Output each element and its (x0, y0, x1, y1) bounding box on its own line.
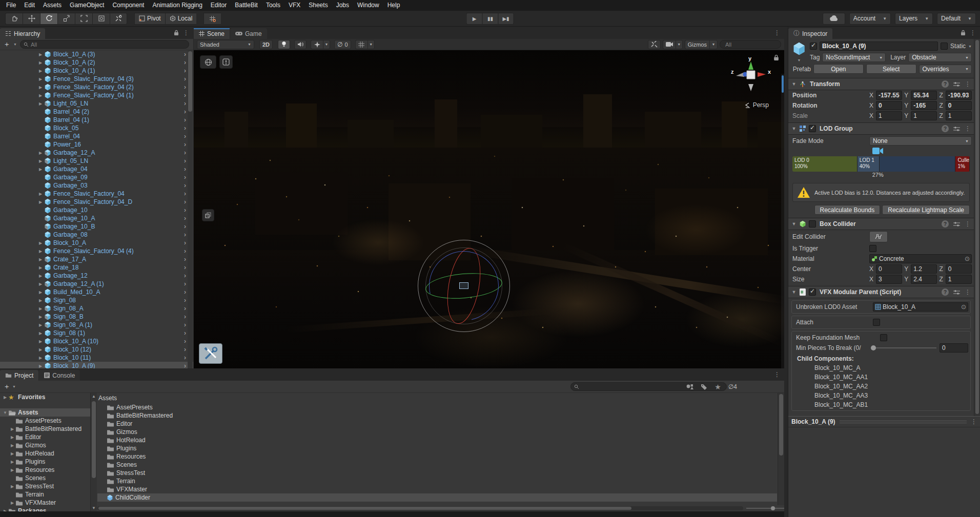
rotation-y-field[interactable]: -165 (911, 101, 937, 110)
lod-bar[interactable]: LOD 0100%LOD 140%Culle1% (792, 156, 970, 172)
move-tool-button[interactable] (23, 13, 40, 25)
prefab-open-arrow[interactable]: › (184, 157, 186, 164)
globe-overlay-button[interactable] (200, 55, 216, 69)
hierarchy-item[interactable]: Barrel_04› (0, 132, 193, 140)
component-menu-icon[interactable]: ⋮ (965, 288, 971, 296)
size-z-field[interactable]: 1 (946, 275, 972, 284)
static-checkbox[interactable] (941, 43, 948, 50)
hierarchy-item[interactable]: Power_16› (0, 140, 193, 149)
hierarchy-item[interactable]: ▶Build_Med_10_A› (0, 288, 193, 296)
hierarchy-item[interactable]: ▶Fence_Slavic_Factory_04 (4)› (0, 247, 193, 255)
prefab-open-arrow[interactable]: › (184, 141, 186, 148)
presets-icon[interactable] (953, 221, 960, 227)
hierarchy-item[interactable]: ▶Crate_18› (0, 263, 193, 272)
lod-segment[interactable]: LOD 140% (858, 156, 880, 172)
project-file-item[interactable]: Editor (97, 420, 777, 428)
scene-search-input[interactable] (725, 42, 798, 48)
warnings-overlay-button[interactable] (219, 55, 233, 69)
hierarchy-item[interactable]: Garbage_10_B› (0, 222, 193, 231)
prefab-open-arrow[interactable]: › (184, 288, 186, 296)
prefab-open-arrow[interactable]: › (184, 100, 186, 107)
prefab-open-arrow[interactable]: › (184, 231, 186, 238)
prefab-open-arrow[interactable]: › (184, 206, 186, 214)
project-file-item[interactable]: Terrain (97, 477, 777, 485)
lod-segment[interactable]: LOD 0100% (792, 156, 858, 172)
box-collider-header[interactable]: ▼ Box Collider ?⋮ (788, 218, 974, 230)
scale-z-field[interactable]: 1 (946, 111, 972, 120)
project-tree-item[interactable]: ▶Editor (0, 433, 90, 441)
inspector-scrollbar[interactable] (974, 39, 980, 416)
prefab-select-button[interactable]: Select (866, 64, 916, 74)
project-horizontal-scrollbar[interactable] (97, 506, 743, 510)
component-menu-icon[interactable]: ⋮ (965, 220, 971, 228)
active-checkbox[interactable] (810, 43, 817, 50)
project-files-scrollbar[interactable] (778, 393, 784, 505)
menu-tools[interactable]: Tools (262, 0, 284, 11)
layers-dropdown[interactable]: Layers▼ (895, 13, 933, 25)
size-y-field[interactable]: 2.4 (911, 275, 937, 284)
prefab-open-arrow[interactable]: › (184, 125, 186, 132)
project-file-item[interactable]: AssetPresets (97, 403, 777, 411)
project-file-item[interactable]: Scenes (97, 461, 777, 469)
project-tree-item[interactable]: ▶BattleBitRemastered (0, 425, 90, 433)
panel-menu-icon[interactable]: ⋮ (183, 29, 189, 36)
lod-group-header[interactable]: ▼ LOD Group ?⋮ (788, 122, 974, 135)
project-tree-item[interactable]: ▶Resources (0, 466, 90, 474)
fade-mode-dropdown[interactable]: None (869, 136, 972, 146)
project-tree-item[interactable]: ▼Assets (0, 408, 90, 417)
prefab-open-arrow[interactable]: › (184, 116, 186, 123)
center-x-field[interactable]: 0 (876, 264, 902, 274)
prefab-open-arrow[interactable]: › (184, 67, 186, 74)
hierarchy-item[interactable]: ▶Garbage_04› (0, 165, 193, 173)
prefab-open-arrow[interactable]: › (184, 108, 186, 115)
hierarchy-item[interactable]: Barrel_04 (2)› (0, 108, 193, 116)
lod-segment[interactable]: Culle1% (955, 156, 970, 172)
hierarchy-item[interactable]: ▶Sign_08_A› (0, 304, 193, 313)
create-asset-button[interactable]: ＋ (3, 382, 10, 391)
search-by-type-icon[interactable] (686, 384, 693, 390)
hierarchy-item[interactable]: ▶Garbage_12› (0, 272, 193, 280)
prefab-open-arrow[interactable]: › (184, 305, 186, 312)
scene-scrollbar[interactable] (781, 74, 784, 368)
project-file-item[interactable]: Gizmos (97, 428, 777, 436)
cloud-button[interactable] (823, 13, 845, 25)
menu-jobs[interactable]: Jobs (332, 0, 353, 11)
menu-edit[interactable]: Edit (20, 0, 39, 11)
gameobject-name-field[interactable]: Block_10_A (9) (820, 42, 938, 51)
presets-icon[interactable] (953, 289, 960, 295)
panel-menu-icon[interactable]: ⋮ (774, 29, 780, 36)
prefab-open-arrow[interactable]: › (184, 166, 186, 173)
project-tree-item[interactable]: ▶Packages (0, 507, 90, 511)
lock-icon[interactable] (961, 30, 966, 36)
project-tree-item[interactable]: ▶Plugins (0, 458, 90, 466)
static-caret[interactable]: ▼ (968, 45, 972, 48)
floating-window-header[interactable]: Block_10_A (9) ⋮ (788, 416, 980, 427)
hierarchy-item[interactable]: Barrel_04 (1)› (0, 116, 193, 124)
add-object-caret[interactable]: ▼ (13, 43, 17, 46)
hierarchy-item[interactable]: ▶Fence_Slavic_Factory_04› (0, 190, 193, 198)
prefab-open-arrow[interactable]: › (184, 247, 186, 255)
create-asset-caret[interactable]: ▼ (12, 385, 16, 388)
grid-visibility-button[interactable] (355, 40, 368, 49)
camera-settings-button[interactable] (663, 40, 676, 49)
hierarchy-scrollbar[interactable] (188, 50, 193, 368)
assets-breadcrumb[interactable]: Assets (97, 393, 777, 403)
prefab-open-arrow[interactable]: › (184, 223, 186, 230)
scene-lock-icon[interactable] (773, 54, 779, 61)
menu-assets[interactable]: Assets (39, 0, 66, 11)
hierarchy-item[interactable]: ▶Garbage_12_A› (0, 149, 193, 157)
position-x-field[interactable]: -157.55 (876, 91, 902, 100)
menu-gameobject[interactable]: GameObject (66, 0, 108, 11)
prefab-open-arrow[interactable]: › (184, 239, 186, 246)
prefab-open-arrow[interactable]: › (184, 321, 186, 328)
hierarchy-item[interactable]: ▶Sign_08› (0, 296, 193, 304)
prefab-open-arrow[interactable]: › (184, 51, 186, 58)
prefab-open-arrow[interactable]: › (184, 297, 186, 304)
hierarchy-item[interactable]: ▶Garbage_12_A (1)› (0, 280, 193, 288)
hierarchy-item[interactable]: Garbage_03› (0, 181, 193, 190)
scale-tool-button[interactable] (57, 13, 75, 25)
center-z-field[interactable]: 0 (946, 264, 972, 274)
help-icon[interactable]: ? (942, 288, 949, 296)
search-by-label-icon[interactable] (701, 384, 707, 390)
menu-sheets[interactable]: Sheets (304, 0, 332, 11)
